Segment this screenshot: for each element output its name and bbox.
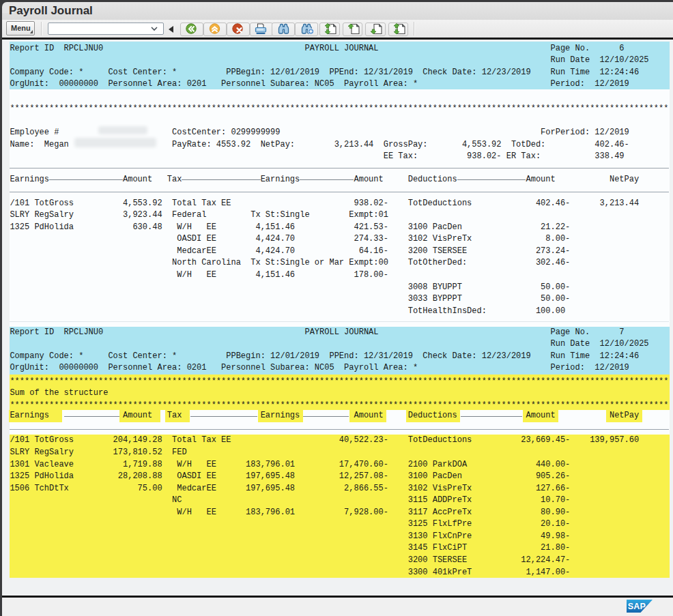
svg-text:SAP: SAP: [628, 602, 646, 611]
